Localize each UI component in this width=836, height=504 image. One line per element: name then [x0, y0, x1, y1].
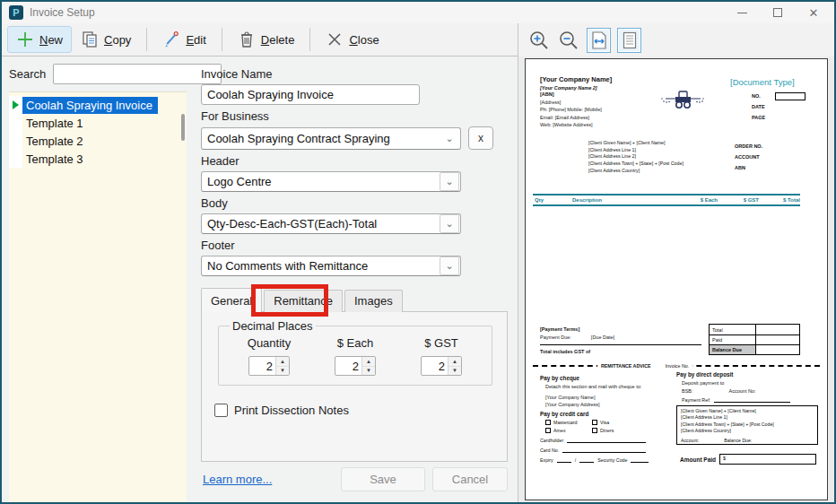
spin-up-icon[interactable]: ▲ — [362, 357, 375, 367]
invoice-preview-document: [Your Company Name] [Your Company Name 2… — [525, 58, 828, 500]
copy-button-label: Copy — [104, 33, 131, 47]
invoice-name-input[interactable] — [201, 84, 420, 105]
body-value: Qty-Desc-Each-GST(Each)-Total — [202, 217, 440, 230]
spin-up-icon[interactable]: ▲ — [276, 357, 289, 367]
list-scrollbar[interactable] — [181, 114, 185, 141]
card-no-label: Card No. — [540, 448, 559, 453]
payment-due-value: [Due Date] — [591, 334, 614, 342]
list-item-template-2[interactable]: Template 2 — [9, 132, 187, 150]
tab-general[interactable]: General — [201, 288, 262, 312]
spin-down-icon[interactable]: ▼ — [276, 367, 289, 376]
delete-button[interactable]: Delete — [229, 26, 304, 53]
green-arrow-icon — [13, 100, 19, 109]
copy-icon — [81, 30, 99, 48]
chevron-down-icon[interactable]: ⌄ — [440, 172, 459, 191]
whole-page-button[interactable] — [617, 28, 641, 53]
gst-total-label: Total includes GST of — [540, 348, 701, 356]
cheque-instructions: Detach this section and mail with cheque… — [540, 383, 666, 391]
tab-remittance[interactable]: Remittance — [264, 290, 343, 312]
learn-more-link[interactable]: Learn more... — [203, 473, 272, 486]
preview-pane: [Your Company Name] [Your Company Name 2… — [518, 23, 834, 502]
body-dropdown[interactable]: Qty-Desc-Each-GST(Each)-Total ⌄ — [201, 213, 461, 234]
decimal-places-group: Decimal Places Quantity 2 ▲▼ — [218, 319, 492, 386]
list-item-template-3[interactable]: Template 3 — [9, 150, 187, 168]
remit-account-label: Account: — [681, 438, 699, 444]
close-button[interactable]: Close — [317, 26, 388, 53]
gst-stepper[interactable]: 2 ▲▼ — [421, 356, 462, 376]
zoom-in-button[interactable] — [527, 29, 551, 52]
remit-client-town: [Client Address Town] + [State] + [Post … — [681, 421, 814, 428]
payment-terms-block: [Payment Terms] Payment Due: [Due Date] … — [540, 326, 701, 356]
print-dissection-notes-label: Print Dissection Notes — [234, 404, 349, 417]
company-email: Email: [Email Address] — [540, 114, 612, 122]
zoom-out-button[interactable] — [557, 29, 580, 52]
window-title: Invoice Setup — [30, 6, 736, 19]
checkbox-icon — [592, 428, 597, 433]
slash: / — [575, 457, 576, 463]
gst-value[interactable]: 2 — [422, 357, 448, 375]
minimize-button[interactable] — [736, 6, 748, 19]
row-marker — [9, 132, 22, 150]
plus-icon — [16, 30, 34, 48]
toolbar-separator — [222, 28, 222, 51]
balance-due-label: Balance Due — [710, 345, 756, 354]
client-address-block: [Client Given Name] + [Client Name] [Cli… — [588, 140, 684, 174]
visa-option: Visa — [600, 420, 609, 425]
chevron-down-icon[interactable]: ⌄ — [440, 214, 459, 233]
quantity-stepper[interactable]: 2 ▲▼ — [248, 356, 290, 376]
spin-down-icon[interactable]: ▼ — [362, 367, 375, 376]
footer-dropdown[interactable]: No Comments with Remittance ⌄ — [201, 256, 461, 276]
list-item-template-1[interactable]: Template 1 — [9, 114, 187, 132]
checkbox-icon — [592, 420, 597, 425]
total-label: Total — [710, 325, 756, 335]
clear-business-button[interactable]: x — [468, 126, 493, 150]
list-item-coolah-spraying-invoice[interactable]: Coolah Spraying Invoice — [9, 96, 187, 114]
chevron-down-icon[interactable]: ⌄ — [440, 256, 459, 275]
new-button-label: New — [39, 33, 63, 47]
header-value: Logo Centre — [202, 175, 440, 188]
client-address-2: [Client Address Line 2] — [588, 153, 684, 161]
edit-button-label: Edit — [186, 33, 205, 47]
spin-up-icon[interactable]: ▲ — [448, 357, 461, 367]
title-bar: P Invoice Setup ✕ — [2, 2, 834, 23]
print-dissection-notes-checkbox[interactable]: Print Dissection Notes — [214, 404, 498, 417]
new-button[interactable]: New — [7, 26, 72, 53]
account-no-label: Account No: — [729, 387, 756, 395]
for-business-dropdown[interactable]: Coolah Spraying Contract Spraying ⌄ — [201, 127, 461, 150]
company-abn: [ABN] — [540, 91, 612, 99]
doc-date-label: DATE — [752, 104, 775, 109]
client-country: [Client Address Country] — [588, 168, 684, 175]
fit-width-button[interactable] — [587, 28, 611, 53]
edit-button[interactable]: Edit — [153, 26, 214, 53]
cancel-button[interactable]: Cancel — [432, 467, 508, 491]
mastercard-option: Mastercard — [553, 420, 578, 425]
company-web: Web: [Website Address] — [540, 121, 612, 129]
copy-button[interactable]: Copy — [72, 26, 140, 53]
header-dropdown[interactable]: Logo Centre ⌄ — [201, 171, 461, 192]
cheque-company-address: [Your Company Address] — [540, 401, 666, 409]
col-gst: $ GST — [718, 197, 759, 203]
order-no-label: ORDER NO. — [735, 143, 762, 149]
delete-button-label: Delete — [261, 33, 295, 47]
checkbox-icon — [545, 428, 551, 433]
tab-images[interactable]: Images — [344, 290, 403, 312]
list-item-label: Coolah Spraying Invoice — [22, 97, 158, 114]
each-value[interactable]: 2 — [335, 357, 361, 375]
remit-client-address-1: [Client Address Line 1] — [681, 414, 814, 421]
spin-down-icon[interactable]: ▼ — [448, 367, 461, 376]
document-type: [Document Type] — [730, 77, 806, 87]
whole-page-icon — [622, 31, 638, 49]
col-description: Description — [572, 197, 676, 203]
maximize-button[interactable] — [771, 6, 784, 19]
quantity-value[interactable]: 2 — [249, 357, 275, 375]
cheque-company-name: [Your Company Name] — [540, 394, 666, 402]
each-stepper[interactable]: 2 ▲▼ — [335, 356, 376, 376]
checkbox-unchecked-icon[interactable] — [214, 404, 228, 417]
bsb-label: BSB: — [682, 387, 693, 395]
col-total: $ Total — [759, 197, 800, 203]
list-item-label: Template 3 — [22, 151, 89, 168]
close-icon: ✕ — [809, 7, 819, 19]
close-window-button[interactable]: ✕ — [807, 6, 820, 19]
main-toolbar: New Copy Edit — [2, 23, 518, 56]
save-button[interactable]: Save — [341, 467, 425, 491]
